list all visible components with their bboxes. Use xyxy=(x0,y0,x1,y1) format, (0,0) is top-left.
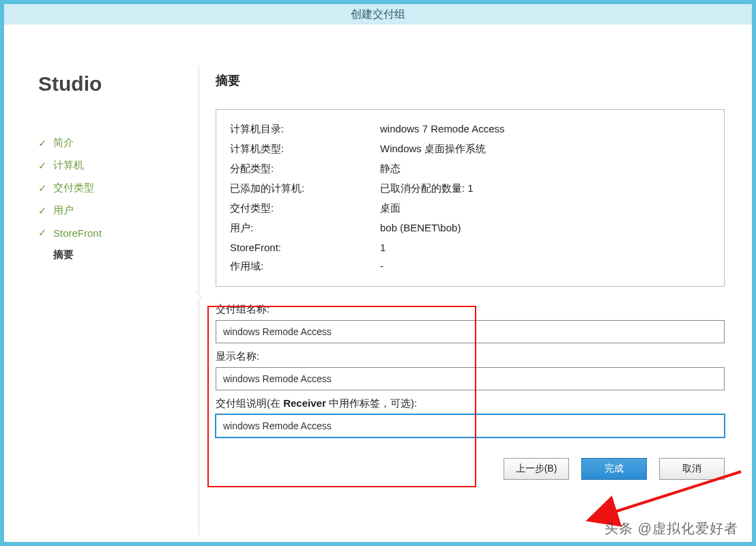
summary-value: 静态 xyxy=(380,162,710,175)
wizard-step[interactable]: ✓简介 xyxy=(38,136,181,149)
sidebar: Studio ✓简介✓计算机✓交付类型✓用户✓StoreFront摘要 xyxy=(4,25,181,542)
window-title: 创建交付组 xyxy=(351,8,405,22)
summary-row: 交付类型:桌面 xyxy=(230,199,710,218)
titlebar: 创建交付组 xyxy=(4,4,752,25)
main-panel: 摘要 计算机目录:windows 7 Remode Access计算机类型:Wi… xyxy=(181,25,752,542)
summary-label: StoreFront: xyxy=(230,242,380,253)
page-title: 摘要 xyxy=(216,72,725,89)
check-icon: ✓ xyxy=(38,227,48,239)
summary-label: 分配类型: xyxy=(230,162,380,175)
wizard-step-label: 交付类型 xyxy=(53,182,94,195)
summary-row: 作用域:- xyxy=(230,257,710,276)
summary-label: 已添加的计算机: xyxy=(230,182,380,195)
summary-value: windows 7 Remode Access xyxy=(380,123,710,136)
wizard-step[interactable]: ✓StoreFront xyxy=(38,227,181,239)
description-input[interactable] xyxy=(216,414,725,437)
summary-label: 作用域: xyxy=(230,260,380,273)
summary-row: 计算机类型:Windows 桌面操作系统 xyxy=(230,139,710,159)
window-frame: 创建交付组 Studio ✓简介✓计算机✓交付类型✓用户✓StoreFront摘… xyxy=(0,0,756,546)
summary-row: 用户:bob (BENET\bob) xyxy=(230,218,710,238)
wizard-step[interactable]: ✓交付类型 xyxy=(38,182,181,195)
summary-label: 计算机类型: xyxy=(230,143,380,156)
check-icon: ✓ xyxy=(38,160,48,172)
group-name-input[interactable] xyxy=(216,320,725,343)
body: Studio ✓简介✓计算机✓交付类型✓用户✓StoreFront摘要 摘要 计… xyxy=(4,25,752,542)
summary-row: 分配类型:静态 xyxy=(230,159,710,179)
check-icon: ✓ xyxy=(38,137,48,149)
summary-value: bob (BENET\bob) xyxy=(380,222,710,235)
check-icon: ✓ xyxy=(38,182,48,195)
summary-value: 桌面 xyxy=(380,202,710,215)
brand-label: Studio xyxy=(38,72,181,96)
summary-value: - xyxy=(380,260,710,273)
display-name-input[interactable] xyxy=(216,367,725,390)
summary-row: 计算机目录:windows 7 Remode Access xyxy=(230,119,710,139)
summary-label: 计算机目录: xyxy=(230,123,380,136)
watermark-text: 头条 @虚拟化爱好者 xyxy=(605,519,738,538)
wizard-step-label: 计算机 xyxy=(53,159,84,172)
back-button[interactable]: 上一步(B) xyxy=(504,458,569,480)
wizard-step[interactable]: ✓用户 xyxy=(38,204,181,217)
wizard-step[interactable]: ✓计算机 xyxy=(38,159,181,172)
check-icon: ✓ xyxy=(38,205,48,217)
summary-value: Windows 桌面操作系统 xyxy=(380,143,710,156)
summary-value: 1 xyxy=(380,242,710,253)
finish-button[interactable]: 完成 xyxy=(581,458,647,480)
wizard-steps: ✓简介✓计算机✓交付类型✓用户✓StoreFront摘要 xyxy=(38,136,181,261)
wizard-step-label: StoreFront xyxy=(53,227,102,239)
summary-label: 用户: xyxy=(230,222,380,235)
display-name-label: 显示名称: xyxy=(216,350,725,363)
summary-label: 交付类型: xyxy=(230,202,380,215)
button-row: 上一步(B) 完成 取消 xyxy=(216,458,725,480)
wizard-step[interactable]: 摘要 xyxy=(38,248,181,261)
wizard-step-label: 用户 xyxy=(53,204,74,217)
wizard-step-label: 简介 xyxy=(53,136,74,149)
summary-row: StoreFront:1 xyxy=(230,238,710,257)
summary-row: 已添加的计算机:已取消分配的数量: 1 xyxy=(230,179,710,199)
wizard-step-label: 摘要 xyxy=(53,248,74,261)
cancel-button[interactable]: 取消 xyxy=(659,458,725,480)
summary-value: 已取消分配的数量: 1 xyxy=(380,182,710,195)
summary-box: 计算机目录:windows 7 Remode Access计算机类型:Windo… xyxy=(216,109,725,287)
group-name-label: 交付组名称: xyxy=(216,303,725,316)
description-label: 交付组说明(在 Receiver 中用作标签，可选): xyxy=(216,397,725,410)
